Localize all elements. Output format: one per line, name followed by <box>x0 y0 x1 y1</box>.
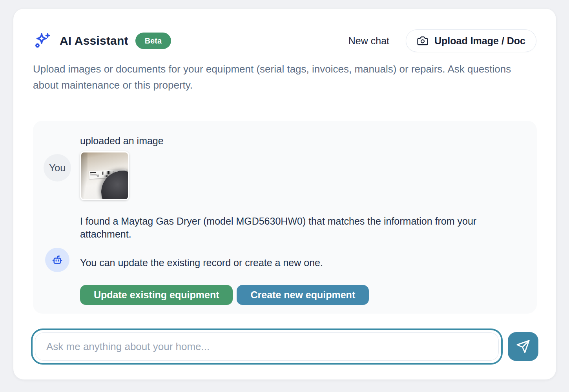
assistant-avatar <box>45 248 69 272</box>
chat-input[interactable] <box>35 332 499 361</box>
assistant-message-content: I found a Maytag Gas Dryer (model MGD563… <box>80 215 504 305</box>
message-gap <box>44 200 526 215</box>
photo-screw <box>100 197 102 199</box>
assistant-message-row: I found a Maytag Gas Dryer (model MGD563… <box>44 215 526 305</box>
beta-badge: Beta <box>135 33 171 49</box>
page-title: AI Assistant <box>60 34 128 47</box>
assistant-message-paragraph: You can update the existing record or cr… <box>80 256 504 269</box>
camera-icon <box>417 35 429 47</box>
composer-input-ring <box>31 328 503 365</box>
user-avatar-label: You <box>49 162 66 174</box>
photo-serial-tag-brand <box>90 172 96 174</box>
assistant-avatar-column <box>44 248 71 272</box>
photo-serial-tag-lines <box>90 174 99 178</box>
robot-icon <box>50 253 64 267</box>
upload-image-doc-button[interactable]: Upload Image / Doc <box>406 29 536 52</box>
uploaded-image-thumbnail[interactable] <box>80 151 129 200</box>
sparkles-icon <box>33 31 51 51</box>
upload-button-label: Upload Image / Doc <box>434 35 525 47</box>
user-message-row: You uploaded an image <box>44 135 526 200</box>
user-action-text: uploaded an image <box>80 135 164 147</box>
send-button[interactable] <box>508 332 538 361</box>
user-avatar-column: You <box>44 154 71 181</box>
user-message-content: uploaded an image <box>80 135 164 200</box>
avatar: You <box>44 154 71 181</box>
ai-assistant-panel: AI Assistant Beta New chat Upload Image … <box>13 8 556 380</box>
photo-screw <box>98 192 101 195</box>
assistant-message-paragraph: I found a Maytag Gas Dryer (model MGD563… <box>80 215 504 241</box>
composer <box>31 328 536 365</box>
create-new-equipment-button[interactable]: Create new equipment <box>237 285 369 305</box>
paper-plane-icon <box>516 339 530 354</box>
assistant-action-buttons: Update existing equipment Create new equ… <box>80 285 504 305</box>
update-existing-equipment-button[interactable]: Update existing equipment <box>80 285 233 305</box>
photo-panel-edge <box>81 152 88 199</box>
assistant-description: Upload images or documents for your equi… <box>33 61 531 93</box>
header: AI Assistant Beta New chat Upload Image … <box>33 29 536 52</box>
new-chat-button[interactable]: New chat <box>348 35 389 47</box>
photo-screw <box>95 163 98 165</box>
chat-history-panel: You uploaded an image <box>33 121 537 314</box>
